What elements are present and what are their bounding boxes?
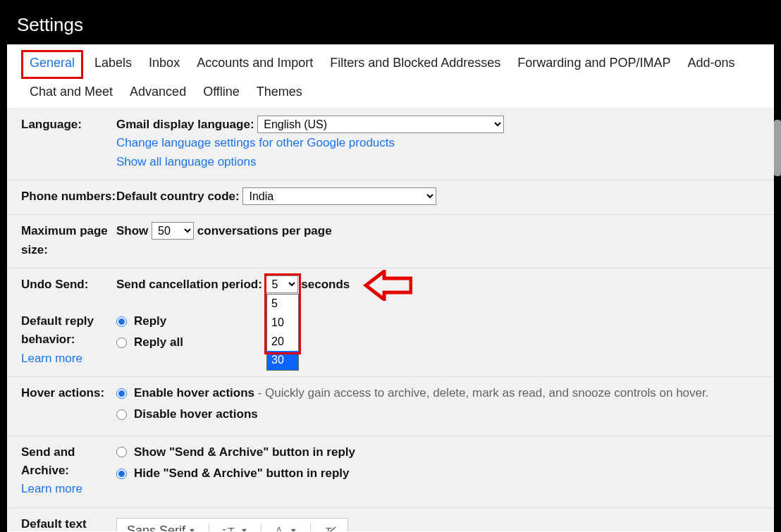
link-show-all-languages[interactable]: Show all language options — [116, 155, 256, 168]
tab-themes[interactable]: Themes — [248, 79, 311, 108]
clear-format-icon[interactable]: T — [324, 525, 338, 531]
tab-addons[interactable]: Add-ons — [679, 50, 743, 79]
language-label: Language: — [21, 116, 116, 171]
undo-label: Undo Send: — [21, 276, 116, 297]
annotation-arrow-icon — [363, 270, 412, 301]
text-color-icon[interactable]: A ▼ — [274, 525, 297, 531]
radio-hover-disable[interactable] — [116, 409, 127, 420]
pagesize-select[interactable]: 50 — [152, 222, 194, 240]
sendarchive-learn-more[interactable]: Learn more — [21, 482, 82, 495]
link-other-products[interactable]: Change language settings for other Googl… — [116, 136, 395, 149]
reply-option-reply: Reply — [134, 312, 166, 330]
tab-offline[interactable]: Offline — [195, 79, 248, 108]
tab-chat[interactable]: Chat and Meet — [21, 79, 121, 108]
sa-show-label: Show "Send & Archive" button in reply — [134, 443, 355, 462]
section-pagesize: Maximum page size: Show 50 conversations… — [7, 215, 774, 268]
text-toolbar: Sans Serif ▼ TT ▼ A ▼ T — [116, 518, 348, 531]
sa-hide-label: Hide "Send & Archive" button in reply — [134, 464, 349, 483]
undo-suffix: seconds — [301, 278, 350, 291]
section-reply-behavior: Default reply behavior: Learn more Reply… — [7, 305, 774, 377]
language-select[interactable]: English (US) — [257, 116, 504, 133]
undo-dropdown-open[interactable]: 5 10 20 30 — [266, 294, 299, 371]
radio-reply[interactable] — [116, 316, 127, 327]
section-hover: Hover actions: Enable hover actions - Qu… — [7, 377, 774, 436]
tab-forwarding[interactable]: Forwarding and POP/IMAP — [509, 50, 679, 79]
radio-hide-sendarchive[interactable] — [116, 469, 127, 479]
section-undo-send: Undo Send: Send cancellation period: 5 s… — [7, 268, 774, 305]
svg-text:T: T — [228, 526, 235, 531]
country-select[interactable]: India — [242, 187, 436, 205]
undo-period-select[interactable]: 5 — [266, 276, 298, 293]
separator — [209, 524, 209, 531]
section-phone: Phone numbers: Default country code: Ind… — [7, 180, 774, 215]
undo-prefix: Send cancellation period: — [116, 278, 262, 291]
page-title: Settings — [17, 14, 764, 36]
chevron-down-icon: ▼ — [188, 525, 196, 531]
default-country-label: Default country code: — [116, 190, 240, 203]
phone-label: Phone numbers: — [21, 187, 116, 206]
section-language: Language: Gmail display language: Englis… — [7, 109, 774, 180]
undo-option-5[interactable]: 5 — [267, 295, 298, 314]
radio-hover-enable[interactable] — [116, 388, 127, 399]
tab-general[interactable]: General — [21, 50, 83, 79]
radio-show-sendarchive[interactable] — [116, 447, 127, 457]
scrollbar[interactable] — [774, 120, 781, 176]
undo-option-10[interactable]: 10 — [267, 314, 298, 333]
separator — [310, 524, 311, 531]
undo-option-30[interactable]: 30 — [267, 351, 298, 370]
sendarchive-label: Send and Archive: Learn more — [21, 443, 116, 499]
chevron-down-icon: ▼ — [290, 525, 297, 531]
pagesize-label: Maximum page size: — [21, 222, 116, 259]
section-send-archive: Send and Archive: Learn more Show "Send … — [7, 436, 774, 508]
separator — [261, 524, 262, 531]
font-size-icon[interactable]: TT ▼ — [222, 525, 248, 531]
settings-tabs: General Labels Inbox Accounts and Import… — [7, 44, 774, 109]
hover-enable-desc: - Quickly gain access to archive, delete… — [254, 386, 708, 400]
defaulttext-label: Default text — [21, 515, 116, 531]
pagesize-suffix: conversations per page — [197, 224, 332, 237]
hover-disable-label: Disable hover actions — [134, 405, 258, 423]
tab-filters[interactable]: Filters and Blocked Addresses — [321, 50, 509, 79]
section-default-text: Default text Sans Serif ▼ TT ▼ A ▼ — [7, 508, 774, 531]
reply-option-replyall: Reply all — [134, 333, 183, 352]
tab-inbox[interactable]: Inbox — [140, 50, 188, 79]
hover-label: Hover actions: — [21, 384, 116, 427]
radio-reply-all[interactable] — [116, 338, 127, 348]
svg-text:T: T — [222, 528, 226, 531]
reply-label: Default reply behavior: Learn more — [21, 312, 116, 368]
chevron-down-icon: ▼ — [240, 525, 248, 531]
reply-learn-more[interactable]: Learn more — [21, 352, 82, 365]
font-family-select[interactable]: Sans Serif ▼ — [127, 521, 196, 531]
pagesize-prefix: Show — [116, 224, 148, 237]
tab-advanced[interactable]: Advanced — [121, 79, 195, 108]
tab-accounts[interactable]: Accounts and Import — [188, 50, 321, 79]
tab-labels[interactable]: Labels — [86, 50, 140, 79]
hover-enable-label: Enable hover actions — [134, 386, 254, 400]
display-language-label: Gmail display language: — [116, 118, 254, 131]
svg-text:A: A — [276, 525, 283, 531]
undo-option-20[interactable]: 20 — [267, 333, 298, 352]
